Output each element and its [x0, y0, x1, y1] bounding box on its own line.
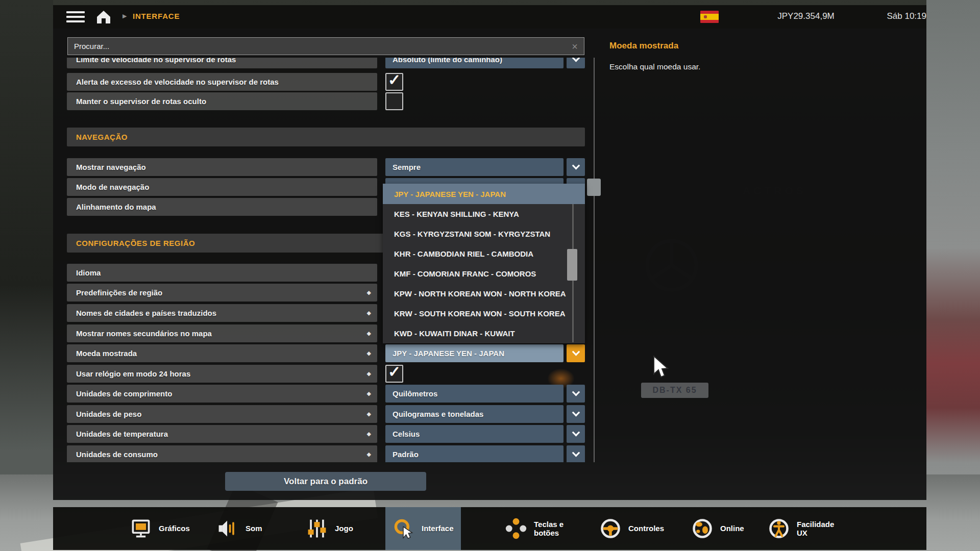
setting-label-text: Limite de velocidade no supervisor de ro… [76, 58, 236, 64]
currency-option[interactable]: KPW - NORTH KOREAN WON - NORTH KOREA [383, 284, 585, 304]
setting-select[interactable]: Quilômetros [385, 385, 564, 403]
setting-label-text: Manter o supervisor de rotas oculto [76, 97, 206, 106]
setting-row-label: Alinhamento do mapa [67, 198, 377, 216]
diamond-marker-icon: ◆ [367, 310, 371, 316]
setting-label-text: Mostrar nomes secundários no mapa [76, 329, 212, 338]
garage-wall-left [0, 0, 53, 474]
section-header: NAVEGAÇÃO [67, 128, 585, 146]
chevron-down-icon[interactable] [567, 158, 585, 176]
currency-option[interactable]: KRW - SOUTH KOREAN WON - SOUTH KOREA [383, 304, 585, 323]
currency-dropdown-list: JPY - JAPANESE YEN - JAPANKES - KENYAN S… [383, 184, 585, 343]
setting-select[interactable]: Celsius [385, 425, 564, 443]
spain-flag-icon[interactable] [700, 11, 719, 23]
top-bar: ▶ INTERFACE JPY29.354,9M Sáb 10:19 [53, 5, 926, 29]
setting-row-label: Modo de navegação [67, 178, 377, 196]
globe-icon [691, 517, 714, 540]
tab-som[interactable]: Som [209, 507, 270, 550]
settings-scrollbar-track[interactable] [594, 58, 595, 462]
chevron-down-icon[interactable] [567, 58, 585, 68]
setting-select[interactable]: Sempre [385, 158, 564, 176]
monitor-icon [130, 517, 152, 540]
setting-row-label: Manter o supervisor de rotas oculto [67, 92, 377, 110]
setting-checkbox[interactable]: ✓ [385, 73, 403, 91]
home-icon[interactable] [96, 10, 111, 24]
setting-label-text: Mostrar navegação [76, 163, 146, 171]
setting-checkbox[interactable] [385, 92, 403, 110]
tab-jogo[interactable]: Jogo [299, 507, 360, 550]
setting-row-label: Unidades de temperatura◆ [67, 425, 377, 443]
help-panel-title: Moeda mostrada [609, 41, 678, 51]
chevron-down-icon[interactable] [567, 385, 585, 403]
tab-label: Online [720, 524, 744, 533]
speaker-icon [216, 517, 239, 540]
currency-option[interactable]: JPY - JAPANESE YEN - JAPAN [383, 184, 585, 204]
setting-row-label: Limite de velocidade no supervisor de ro… [67, 58, 377, 68]
tab-label: Facilidade UX [797, 520, 846, 538]
tab-label: Gráficos [159, 524, 190, 533]
search-input[interactable]: Procurar... [74, 42, 109, 51]
diamond-marker-icon: ◆ [367, 370, 371, 377]
setting-select[interactable]: Absoluto (limite do caminhão) [385, 58, 564, 68]
currency-option[interactable]: KWD - KUWAITI DINAR - KUWAIT [383, 323, 585, 343]
currency-option[interactable]: KMF - COMORIAN FRANC - COMOROS [383, 264, 585, 284]
setting-label-text: Unidades de consumo [76, 450, 158, 459]
license-plate: DB-TX 65 [641, 383, 708, 398]
setting-row-label: Unidades de peso◆ [67, 405, 377, 423]
mouse-cursor [652, 356, 670, 379]
setting-row-label: Unidades de comprimento◆ [67, 385, 377, 403]
setting-label-text: Modo de navegação [76, 183, 149, 191]
setting-label-text: Unidades de peso [76, 410, 141, 418]
setting-label-text: Idioma [76, 268, 101, 277]
setting-label-text: Usar relógio em modo 24 horas [76, 369, 190, 378]
tab-label: Teclas e botões [534, 520, 583, 538]
tab-label: Jogo [335, 524, 353, 533]
checkmark-icon: ✓ [388, 72, 401, 88]
setting-row-label: Predefinições de região◆ [67, 284, 377, 302]
tab-label: Controles [628, 524, 664, 533]
breadcrumb: INTERFACE [133, 12, 180, 20]
chevron-down-icon[interactable] [567, 405, 585, 423]
accessibility-icon [768, 517, 790, 540]
reset-to-default-button[interactable]: Voltar para o padrão [225, 472, 426, 491]
player-money: JPY29.354,9M [752, 11, 860, 21]
clear-search-icon[interactable]: × [572, 41, 578, 52]
tab-label: Interface [422, 524, 454, 533]
breadcrumb-chevron-icon: ▶ [122, 13, 127, 19]
garage-wall-right [926, 0, 980, 551]
diamond-marker-icon: ◆ [367, 350, 371, 357]
game-datetime: Sáb 10:19 [857, 11, 926, 21]
menu-icon[interactable] [66, 11, 85, 22]
checkmark-icon: ✓ [388, 364, 401, 380]
setting-select[interactable]: Padrão [385, 445, 564, 462]
chevron-down-icon[interactable] [567, 344, 585, 362]
diamond-marker-icon: ◆ [367, 431, 371, 437]
tab-interface[interactable]: Interface [385, 507, 461, 550]
buttons-icon [505, 517, 527, 540]
help-panel-description: Escolha qual moeda usar. [609, 62, 700, 71]
setting-row-label: Usar relógio em modo 24 horas◆ [67, 365, 377, 383]
currency-option[interactable]: KGS - KYRGYZSTANI SOM - KYRGYZSTAN [383, 224, 585, 244]
diamond-marker-icon: ◆ [367, 411, 371, 417]
setting-select[interactable]: JPY - JAPANESE YEN - JAPAN [385, 344, 564, 362]
tab-facilidade-ux[interactable]: Facilidade UX [761, 507, 853, 550]
tab-teclas-e-bot-es[interactable]: Teclas e botões [498, 507, 590, 550]
tab-online[interactable]: Online [684, 507, 751, 550]
search-box[interactable]: Procurar... × [67, 37, 584, 55]
setting-row-label: Mostrar navegação [67, 158, 377, 176]
diamond-marker-icon: ◆ [367, 451, 371, 458]
tab-gr-ficos[interactable]: Gráficos [122, 507, 197, 550]
settings-tab-bar: GráficosSomJogoInterfaceTeclas e botõesC… [53, 507, 926, 550]
cursor-click-icon [393, 517, 415, 540]
currency-option[interactable]: KHR - CAMBODIAN RIEL - CAMBODIA [383, 244, 585, 264]
diamond-marker-icon: ◆ [367, 330, 371, 337]
setting-select[interactable]: Quilogramas e toneladas [385, 405, 564, 423]
sliders-icon [306, 517, 328, 540]
tab-controles[interactable]: Controles [592, 507, 671, 550]
setting-label-text: Moeda mostrada [76, 349, 137, 358]
settings-scrollbar-thumb[interactable] [587, 179, 601, 196]
setting-label-text: Alinhamento do mapa [76, 203, 156, 211]
setting-checkbox[interactable]: ✓ [385, 365, 403, 383]
chevron-down-icon[interactable] [567, 425, 585, 443]
chevron-down-icon[interactable] [567, 445, 585, 462]
currency-option[interactable]: KES - KENYAN SHILLING - KENYA [383, 204, 585, 224]
